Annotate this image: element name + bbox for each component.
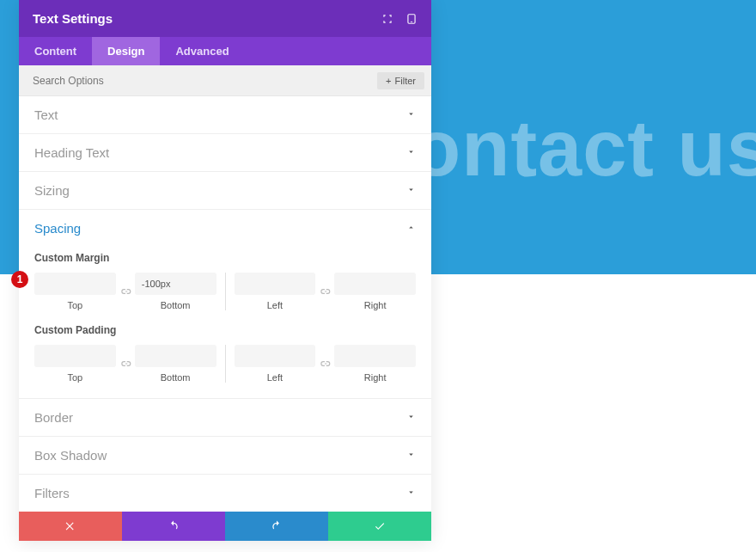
section-toggle-box-shadow[interactable]: Box Shadow [19,437,431,474]
annotation-badge-1: 1 [11,271,28,288]
search-options-input[interactable] [33,75,377,87]
tab-content[interactable]: Content [19,37,92,65]
panel-header: Text Settings [19,0,431,37]
padding-top-bottom: Top Bottom [34,345,226,383]
section-title: Box Shadow [34,448,107,463]
section-title: Sizing [34,183,70,198]
panel-footer [19,512,431,541]
section-title: Heading Text [34,145,109,160]
tab-design[interactable]: Design [92,37,160,65]
padding-right-input[interactable] [334,345,416,367]
redo-button[interactable] [225,512,328,541]
spacing-body: Custom Margin Top Bottom [19,252,431,398]
label-left: Left [267,300,283,310]
filter-button[interactable]: + Filter [377,72,424,89]
section-toggle-text[interactable]: Text [19,96,431,133]
panel-header-actions [381,13,418,25]
margin-top-input[interactable] [34,273,116,295]
section-toggle-spacing[interactable]: Spacing [19,210,431,247]
section-border: Border [19,398,431,436]
label-bottom: Bottom [161,300,191,310]
link-icon[interactable] [315,285,334,297]
custom-margin-label: Custom Margin [34,252,416,264]
link-icon[interactable] [116,358,135,370]
section-heading-text: Heading Text [19,133,431,171]
search-bar: + Filter [19,65,431,96]
section-spacing: Spacing Custom Margin Top Bottom [19,209,431,398]
margin-left-right: Left Right [226,273,417,310]
label-left: Left [267,372,283,383]
panel-title: Text Settings [33,11,113,26]
section-title: Spacing [34,221,81,236]
text-settings-panel: Text Settings Content Design Advanced + … [19,0,431,541]
settings-scroll-area[interactable]: Text Heading Text Sizing Spacing Custom … [19,96,431,512]
label-right: Right [364,372,387,383]
custom-padding-label: Custom Padding [34,324,416,336]
section-toggle-border[interactable]: Border [19,399,431,436]
section-sizing: Sizing [19,171,431,209]
section-title: Text [34,107,58,122]
section-text: Text [19,96,431,133]
link-icon[interactable] [315,358,334,370]
background-hero-text: ontact us! [412,103,756,193]
tab-advanced[interactable]: Advanced [160,37,244,65]
padding-top-input[interactable] [34,345,116,367]
margin-top-bottom: Top Bottom [34,273,226,310]
plus-icon: + [386,76,391,86]
responsive-icon[interactable] [405,13,418,25]
label-top: Top [68,372,83,383]
undo-button[interactable] [122,512,225,541]
margin-row: Top Bottom Left [34,273,416,310]
section-filters: Filters [19,474,431,512]
cancel-button[interactable] [19,512,122,541]
padding-bottom-input[interactable] [135,345,216,367]
margin-left-input[interactable] [235,273,316,295]
link-icon[interactable] [116,285,135,297]
chevron-down-icon [406,185,416,196]
label-top: Top [68,300,83,310]
section-box-shadow: Box Shadow [19,436,431,474]
label-bottom: Bottom [161,372,191,383]
label-right: Right [364,300,387,310]
section-title: Border [34,410,73,425]
save-button[interactable] [328,512,431,541]
padding-row: Top Bottom Left [34,345,416,383]
chevron-down-icon [406,488,416,499]
chevron-down-icon [406,147,416,158]
margin-right-input[interactable] [334,273,416,295]
margin-bottom-input[interactable] [135,273,216,295]
padding-left-right: Left Right [226,345,417,383]
settings-tabs: Content Design Advanced [19,37,431,65]
padding-left-input[interactable] [235,345,316,367]
chevron-down-icon [406,450,416,461]
chevron-down-icon [406,109,416,120]
chevron-down-icon [406,412,416,423]
chevron-up-icon [406,223,416,234]
section-title: Filters [34,486,70,500]
svg-rect-1 [411,21,412,21]
section-toggle-heading[interactable]: Heading Text [19,134,431,171]
expand-icon[interactable] [381,13,393,25]
section-toggle-sizing[interactable]: Sizing [19,172,431,209]
section-toggle-filters[interactable]: Filters [19,475,431,512]
filter-label: Filter [395,76,416,86]
